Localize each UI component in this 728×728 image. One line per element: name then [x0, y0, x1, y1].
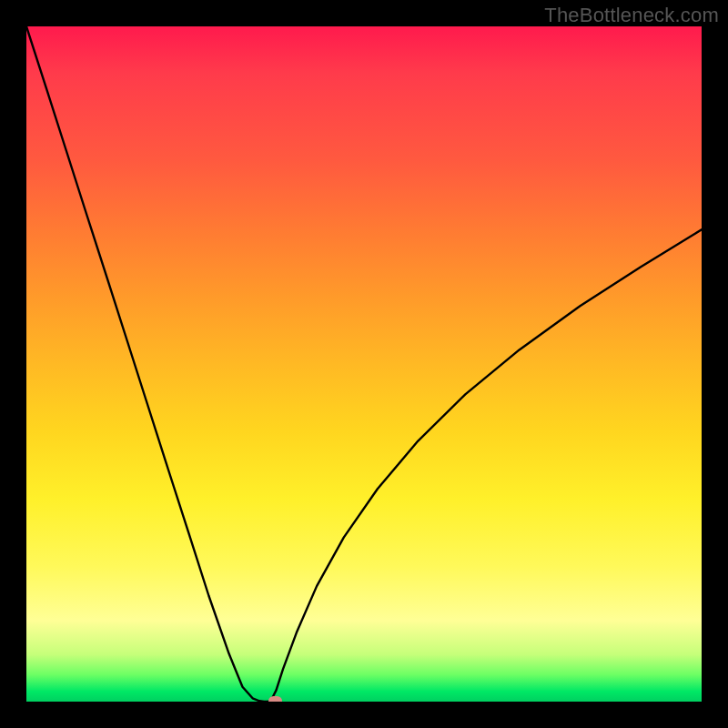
- optimal-point-marker: [268, 696, 282, 702]
- watermark-text: TheBottleneck.com: [544, 4, 719, 27]
- bottleneck-curve: [26, 26, 702, 702]
- chart-plot-area: [26, 26, 702, 702]
- chart-frame: TheBottleneck.com: [0, 0, 728, 728]
